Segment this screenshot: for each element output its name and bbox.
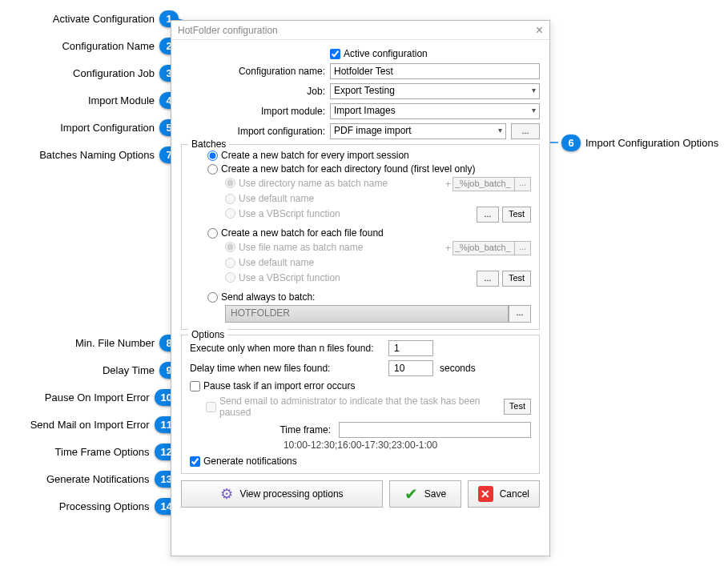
radio-send-always[interactable]: Send always to batch:	[207, 291, 531, 303]
callout-12: Time Frame Options12	[55, 444, 183, 460]
job-label: Job:	[181, 86, 330, 97]
file-suffix-dots-button[interactable]: ...	[515, 241, 531, 255]
callout-8: Min. File Number8	[75, 335, 183, 351]
dir-suffix-field: +_%job_batch_...	[444, 177, 531, 191]
titlebar: HotFolder configuration ×	[171, 21, 549, 40]
config-name-label: Configuration name:	[181, 66, 330, 77]
seconds-label: seconds	[440, 363, 476, 374]
pause-checkbox[interactable]: Pause task if an import error occurs	[190, 380, 355, 391]
config-name-input[interactable]	[330, 63, 540, 79]
callout-2: Configuration Name2	[62, 38, 183, 54]
timeframe-input[interactable]	[339, 422, 531, 438]
import-config-options-button[interactable]: ...	[511, 123, 540, 139]
delay-input[interactable]	[388, 360, 433, 376]
callout-14: Processing Options14	[59, 498, 183, 515]
radio-dir-name[interactable]: Use directory name as batch name	[225, 178, 388, 189]
checkmark-icon: ✔	[404, 484, 418, 504]
dir-vbscript-test-button[interactable]: Test	[502, 207, 531, 223]
hotfolder-dots-button[interactable]: ...	[509, 305, 531, 323]
batches-fieldset: Batches Create a new batch for every imp…	[181, 144, 540, 330]
file-suffix-field: +_%job_batch_...	[444, 241, 531, 255]
callout-4: Import Module4	[88, 92, 183, 109]
options-legend: Options	[188, 329, 227, 340]
cancel-button[interactable]: ✕ Cancel	[468, 480, 540, 508]
options-fieldset: Options Execute only when more than n fi…	[181, 335, 540, 474]
window-title: HotFolder configuration	[178, 25, 278, 36]
active-config-label: Active configuration	[344, 48, 428, 59]
import-module-label: Import module:	[181, 106, 330, 117]
hotfolder-config-dialog: HotFolder configuration × Active configu…	[171, 20, 550, 556]
mail-test-button[interactable]: Test	[504, 399, 531, 415]
hotfolder-batch-value: HOTFOLDER	[225, 305, 509, 323]
job-select[interactable]: Export Testing	[330, 83, 540, 99]
batches-legend: Batches	[188, 138, 229, 150]
radio-file-vbscript[interactable]: Use a VBScript function	[225, 272, 340, 283]
timeframe-example: 10:00-12:30;16:00-17:30;23:00-1:00	[190, 440, 531, 451]
active-config-checkbox[interactable]: Active configuration	[330, 48, 540, 59]
dir-suffix-dots-button[interactable]: ...	[515, 177, 531, 191]
file-vbscript-dots-button[interactable]: ...	[477, 271, 499, 287]
callout-3: Configuration Job3	[73, 65, 183, 82]
import-module-select[interactable]: Import Images	[330, 103, 540, 119]
radio-dir-default[interactable]: Use default name	[225, 193, 531, 204]
callout-5: Import Configuration5	[60, 119, 183, 136]
bottom-bar: ⚙ View processing options ✔ Save ✕ Cance…	[181, 480, 540, 508]
notify-checkbox[interactable]: Generate notifications	[190, 456, 531, 467]
gear-icon: ⚙	[220, 485, 233, 503]
import-config-select[interactable]: PDF image import	[330, 123, 506, 139]
radio-new-batch-session[interactable]: Create a new batch for every import sess…	[207, 150, 531, 161]
callout-13: Generate Notifications13	[46, 471, 183, 488]
dir-vbscript-dots-button[interactable]: ...	[477, 207, 499, 223]
send-mail-checkbox[interactable]: Send email to administrator to indicate …	[206, 395, 497, 418]
close-icon[interactable]: ×	[536, 23, 543, 38]
min-files-label: Execute only when more than n files foun…	[190, 343, 382, 354]
callout-7: Batches Naming Options7	[39, 147, 183, 163]
save-button[interactable]: ✔ Save	[389, 480, 461, 508]
callout-10: Pause On Import Error10	[45, 389, 183, 406]
file-vbscript-test-button[interactable]: Test	[502, 271, 531, 287]
radio-new-batch-dir[interactable]: Create a new batch for each directory fo…	[207, 163, 531, 175]
radio-new-batch-file[interactable]: Create a new batch for each file found	[207, 227, 531, 239]
radio-file-name[interactable]: Use file name as batch name	[225, 242, 363, 253]
view-processing-options-button[interactable]: ⚙ View processing options	[181, 480, 383, 508]
callout-6: 6Import Configuration Options	[557, 134, 718, 151]
import-config-label: Import configuration:	[181, 126, 330, 137]
delay-label: Delay time when new files found:	[190, 363, 382, 374]
min-files-input[interactable]	[388, 340, 433, 356]
callout-1: Activate Configuration1	[53, 10, 183, 27]
cancel-icon: ✕	[478, 486, 493, 502]
callout-11: Send Mail on Import Error11	[30, 416, 183, 433]
radio-dir-vbscript[interactable]: Use a VBScript function	[225, 208, 340, 219]
timeframe-label: Time frame:	[238, 424, 334, 436]
radio-file-default[interactable]: Use default name	[225, 257, 531, 268]
